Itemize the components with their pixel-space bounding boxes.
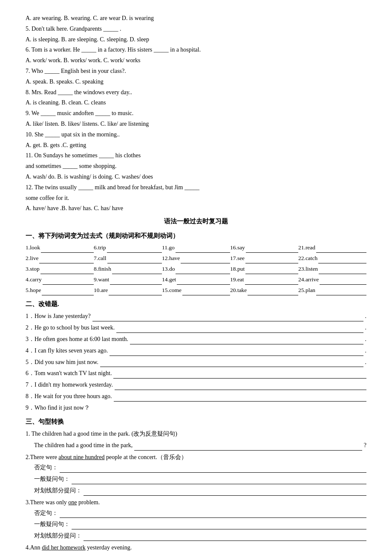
correction-block: 1．How is Jane yesterday? . 2．He go to sc… (26, 311, 366, 413)
transform-3: 3.There was only one problem. 否定句： 一般疑问句… (26, 497, 366, 541)
grammar-title: 语法一般过去时复习题 (26, 216, 366, 227)
t4-question: 4.Ann did her homework yesterday evening… (26, 543, 366, 553)
t4-neg-row: 否定句： (34, 553, 366, 555)
t2-neg-label: 否定句： (34, 462, 58, 473)
verb-10-are: 10.are (94, 286, 162, 295)
verb-25-plan: 25.plan (298, 286, 366, 295)
q12-block: 12. The twins usually _____ milk and bre… (26, 182, 366, 214)
correction-1: 1．How is Jane yesterday? . (26, 311, 366, 321)
q7-block: 7. Who _____ English best in your class?… (26, 66, 366, 87)
correction-8: 8．He wait for you three hours ago. (26, 391, 366, 402)
q5-block: 5. Don't talk here. Grandparents _____ .… (26, 24, 366, 45)
verb-row-2: 2.live 7.call 12.have 17.see 22.catch (26, 254, 366, 263)
t1-question-mark: ? (364, 440, 366, 451)
transform-4: 4.Ann did her homework yesterday evening… (26, 543, 366, 555)
q7-options: A. speak. B. speaks. C. speaking (26, 77, 366, 87)
q8-block: 8. Mrs. Read _____ the windows every day… (26, 87, 366, 108)
c7-text: 7．I didn't my homework yesterday. (26, 380, 113, 390)
verb-2-live: 2.live (26, 254, 94, 263)
t3-gen-row: 一般疑问句： (34, 519, 366, 529)
correction-3: 3．He often goes home at 6:00 last month.… (26, 334, 366, 344)
c1-text: 1．How is Jane yesterday? (26, 311, 91, 321)
correction-9: 9．Who find it just now？ (26, 403, 366, 413)
c8-text: 8．He wait for you three hours ago. (26, 391, 112, 402)
q7-text: 7. Who _____ English best in your class?… (26, 66, 366, 76)
verb-24-arrive: 24.arrive (298, 275, 366, 285)
c5-text: 5．Did you saw him just now. (26, 357, 98, 367)
q5-text: 5. Don't talk here. Grandparents _____ . (26, 24, 366, 34)
verb-row-5: 5.hope 10.are 15.come 20.take 25.plan (26, 286, 366, 295)
c9-text: 9．Who find it just now？ (26, 403, 90, 413)
c6-text: 6．Tom wasn't watch TV last night. (26, 368, 112, 379)
c3-text: 3．He often goes home at 6:00 last month. (26, 334, 128, 344)
verb-19-eat: 19.eat (230, 275, 298, 285)
verb-4-carry: 4.carry (26, 275, 94, 285)
q-wearing-line: A. are wearing. B. wearing. C. are wear … (26, 13, 366, 23)
t4-underline: did her homework (42, 544, 86, 551)
t3-question: 3.There was only one problem. (26, 497, 366, 508)
q10-options: A. get. B. gets .C. getting (26, 140, 366, 150)
q8-options: A. is cleaning. B. clean. C. cleans (26, 98, 366, 108)
verb-grid: 1.look 6.trip 11.go 16.say 21.read 2.liv… (26, 243, 366, 295)
verb-11-go: 11.go (162, 243, 230, 253)
t2-wh-label: 对划线部分提问： (34, 486, 82, 496)
q10-block: 10. She _____ upat six in the morning.. … (26, 130, 366, 150)
transform-2: 2.There were about nine hundred people a… (26, 452, 366, 496)
t3-underline: one (68, 499, 77, 506)
verb-9-want: 9.want (94, 275, 162, 285)
q8-text: 8. Mrs. Read _____ the windows every day… (26, 87, 366, 98)
t2-gen-row: 一般疑问句： (34, 474, 366, 484)
verb-row-1: 1.look 6.trip 11.go 16.say 21.read (26, 243, 366, 253)
sec2-title: 二、改错题. (26, 299, 366, 310)
q12-text: 12. The twins usually _____ milk and bre… (26, 182, 366, 193)
q12-text-b: some coffee for it. (26, 193, 366, 203)
verb-1-look: 1.look (26, 243, 94, 253)
q6-text: 6. Tom is a worker. He _____ in a factor… (26, 45, 366, 55)
q12-options: A. have/ have .B. have/ has. C. has/ hav… (26, 203, 366, 214)
t2-question: 2.There were about nine hundred people a… (26, 452, 366, 462)
sec1-title: 一、将下列动词变为过去式（规则动词和不规则动词） (26, 231, 366, 242)
verb-22-catch: 22.catch (298, 254, 366, 263)
correction-6: 6．Tom wasn't watch TV last night. (26, 368, 366, 379)
verb-8-finish: 8.finish (94, 264, 162, 274)
q9-block: 9. We _____ music andoften _____ to musi… (26, 108, 366, 129)
q11-block: 11. On Sundays he sometimes _____ his cl… (26, 150, 366, 182)
q9-options: A. like/ listen. B. likes/ listens. C. l… (26, 119, 366, 129)
t3-wh-row: 对划线部分提问： (34, 531, 366, 541)
transform-block: 1. The children had a good time in the p… (26, 429, 366, 555)
correction-7: 7．I didn't my homework yesterday. (26, 380, 366, 390)
verb-18-put: 18.put (230, 264, 298, 274)
t2-gen-label: 一般疑问句： (34, 474, 70, 484)
t3-gen-label: 一般疑问句： (34, 519, 70, 529)
verb-7-call: 7.call (94, 254, 162, 263)
t1-answer-row: The children had a good time in the park… (34, 440, 366, 451)
t1-answer-start: The children had a good time in the park… (34, 440, 133, 451)
t3-neg-row: 否定句： (34, 508, 366, 518)
verb-20-take: 20.take (230, 286, 298, 295)
c2-text: 2．He go to school by bus last week. (26, 323, 115, 333)
q9-text: 9. We _____ music andoften _____ to musi… (26, 108, 366, 119)
sec3-title: 三、句型转换 (26, 416, 366, 428)
verb-21-read: 21.read (298, 243, 366, 253)
q11-text: 11. On Sundays he sometimes _____ his cl… (26, 150, 366, 161)
t4-neg-label: 否定句： (34, 553, 58, 555)
q6-options: A. work/ work. B. works/ work. C. work/ … (26, 55, 366, 66)
verb-row-4: 4.carry 9.want 14.get 19.eat 24.arrive (26, 275, 366, 285)
correction-4: 4．I can fly kites seven years ago. . (26, 346, 366, 356)
correction-5: 5．Did you saw him just now. . (26, 357, 366, 367)
verb-5-hope: 5.hope (26, 286, 94, 295)
t3-wh-label: 对划线部分提问： (34, 531, 82, 541)
q10-text: 10. She _____ upat six in the morning.. (26, 130, 366, 140)
verb-16-say: 16.say (230, 243, 298, 253)
transform-1: 1. The children had a good time in the p… (26, 429, 366, 451)
q6-block: 6. Tom is a worker. He _____ in a factor… (26, 45, 366, 66)
t1-question: 1. The children had a good time in the p… (26, 429, 366, 439)
t2-underline: about nine hundred (58, 454, 104, 460)
c4-text: 4．I can fly kites seven years ago. (26, 346, 108, 356)
t2-wh-row: 对划线部分提问： (34, 486, 366, 496)
q5-options: A. is sleeping. B. are sleeping. C. slee… (26, 35, 366, 45)
q11-options: A. wash/ do. B. is washing/ is doing. C.… (26, 172, 366, 182)
correction-2: 2．He go to school by bus last week. . (26, 323, 366, 333)
verb-17-see: 17.see (230, 254, 298, 263)
verb-12-have: 12.have (162, 254, 230, 263)
